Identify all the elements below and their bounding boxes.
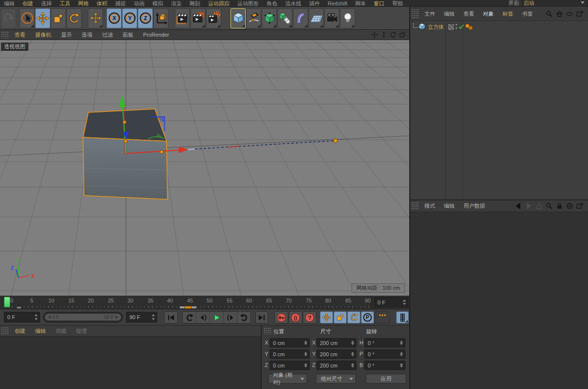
matmenu-function[interactable]: 功能 (51, 327, 71, 335)
current-frame-field[interactable]: 0 F (374, 297, 408, 307)
render-settings-button[interactable] (206, 8, 221, 28)
layer-swatch[interactable] (447, 23, 455, 31)
frame-spinner[interactable] (402, 299, 407, 306)
menu-mograph[interactable]: 运动图形 (233, 0, 263, 7)
subdivision-surface-button[interactable] (262, 8, 277, 28)
object-name[interactable]: 立方体 (428, 23, 444, 31)
next-key-button[interactable] (237, 312, 251, 323)
attribute-manager-body[interactable] (410, 212, 588, 389)
menu-sculpt[interactable]: 雕刻 (186, 0, 204, 7)
matmenu-edit[interactable]: 编辑 (30, 327, 51, 335)
ammenu-mode[interactable]: 模式 (420, 202, 440, 210)
am-search-button[interactable] (545, 202, 553, 210)
ommenu-file[interactable]: 文件 (420, 10, 440, 18)
preview-range-slider[interactable]: 0 F 90 F (43, 312, 123, 323)
coords-mode-dropdown[interactable]: 对象 (相对) (268, 374, 307, 384)
am-history-forward-button[interactable] (525, 202, 533, 210)
vpmenu-display[interactable]: 显示 (56, 31, 77, 39)
am-track-button[interactable] (566, 202, 574, 210)
preview-range-track[interactable]: 0 F 90 F (45, 314, 121, 321)
pos-x-spinner[interactable] (304, 340, 308, 346)
ommenu-view[interactable]: 查看 (459, 10, 479, 18)
om-new-window-button[interactable] (576, 10, 584, 18)
rot-h-field[interactable]: 0 ° (364, 338, 405, 347)
ommenu-edit[interactable]: 编辑 (440, 10, 459, 18)
keyframe-selection-button[interactable]: ? (303, 311, 316, 324)
timeline-marker[interactable] (185, 306, 191, 309)
pos-y-field[interactable]: 0 cm (270, 349, 310, 359)
record-keyframe-button[interactable] (274, 311, 288, 324)
menu-volume[interactable]: 体积 (93, 0, 111, 7)
ommenu-objects[interactable]: 对象 (479, 10, 498, 18)
menu-render[interactable]: 渲染 (167, 0, 186, 7)
key-parameter-button[interactable]: P (361, 311, 374, 324)
pos-z-field[interactable]: 0 cm (270, 361, 310, 370)
visibility-dots[interactable] (456, 23, 458, 31)
size-x-field[interactable]: 200 cm (316, 338, 357, 347)
viewport-zoom-button[interactable] (380, 31, 388, 39)
size-y-field[interactable]: 200 cm (316, 349, 357, 359)
phong-tag-icon[interactable] (464, 23, 474, 31)
y-axis-arrow[interactable] (119, 95, 126, 107)
panel-drag-handle[interactable] (411, 9, 419, 19)
render-picture-viewer-button[interactable] (190, 8, 206, 28)
autokey-button[interactable]: () (289, 311, 302, 324)
rot-h-spinner[interactable] (399, 340, 404, 346)
array-button[interactable] (277, 8, 293, 28)
timeline-ruler[interactable]: 0 5 10 15 20 25 30 35 40 45 50 55 60 65 … (0, 296, 409, 309)
panel-drag-handle[interactable] (411, 202, 419, 210)
key-rotation-button[interactable] (347, 311, 360, 324)
size-y-spinner[interactable] (351, 351, 355, 357)
am-history-back-button[interactable] (514, 202, 523, 210)
vpmenu-panel[interactable]: 面板 (118, 31, 138, 39)
range-start-field[interactable]: 0 F (4, 312, 40, 323)
viewport-canvas[interactable]: Y X Z (0, 40, 409, 296)
keyframe-selection-filter-button[interactable] (396, 311, 409, 324)
lock-x-axis-button[interactable]: X (106, 8, 122, 28)
goto-start-button[interactable] (164, 311, 178, 324)
om-search-button[interactable] (545, 10, 553, 18)
object-tree[interactable]: 立方体 (410, 21, 588, 200)
viewport-rotate-button[interactable] (389, 31, 397, 39)
menu-animate[interactable]: 动画 (130, 0, 148, 7)
matmenu-texture[interactable]: 纹理 (71, 327, 92, 335)
am-new-window-button[interactable] (576, 202, 584, 210)
size-z-spinner[interactable] (351, 362, 355, 368)
range-end-field[interactable]: 90 F (126, 312, 157, 323)
rotate-tool-button[interactable] (66, 8, 82, 28)
material-list-area[interactable] (0, 337, 261, 389)
previous-key-button[interactable] (183, 312, 196, 323)
range-start-spinner[interactable] (34, 313, 39, 321)
vpmenu-view[interactable]: 查看 (10, 31, 30, 39)
cube-primitive-button[interactable] (231, 8, 246, 28)
rot-b-field[interactable]: 0 ° (364, 361, 405, 370)
goto-end-button[interactable] (255, 311, 268, 324)
panel-drag-handle[interactable] (264, 327, 272, 334)
size-z-field[interactable]: 200 cm (316, 361, 357, 370)
rot-p-spinner[interactable] (399, 351, 404, 357)
key-scale-button[interactable] (334, 311, 347, 324)
key-pla-button[interactable] (375, 311, 390, 324)
am-pin-button[interactable] (535, 202, 543, 210)
menu-motion-tracker[interactable]: 运动跟踪 (204, 0, 233, 7)
vpmenu-camera[interactable]: 摄像机 (30, 31, 56, 39)
vpmenu-options[interactable]: 选项 (77, 31, 97, 39)
spline-pen-button[interactable] (246, 8, 261, 28)
coordinate-system-button[interactable] (153, 8, 168, 28)
ammenu-userdata[interactable]: 用户数据 (459, 202, 489, 210)
camera-button[interactable] (324, 8, 339, 28)
om-home-button[interactable] (555, 10, 564, 18)
scale-tool-button[interactable] (51, 8, 66, 28)
menu-select[interactable]: 选择 (37, 0, 56, 7)
bend-deformer-button[interactable] (293, 8, 308, 28)
previous-frame-button[interactable] (196, 312, 210, 323)
key-position-button[interactable] (320, 311, 333, 324)
enabled-check-icon[interactable] (458, 23, 464, 30)
floor-button[interactable] (309, 8, 324, 28)
last-used-tool-button[interactable] (88, 8, 103, 28)
menu-plugins[interactable]: 插件 (305, 0, 324, 7)
viewport-pan-button[interactable] (371, 31, 378, 39)
play-button[interactable] (210, 312, 224, 323)
vpmenu-prorender[interactable]: ProRender (138, 32, 174, 38)
menu-script[interactable]: 脚本 (351, 0, 370, 7)
